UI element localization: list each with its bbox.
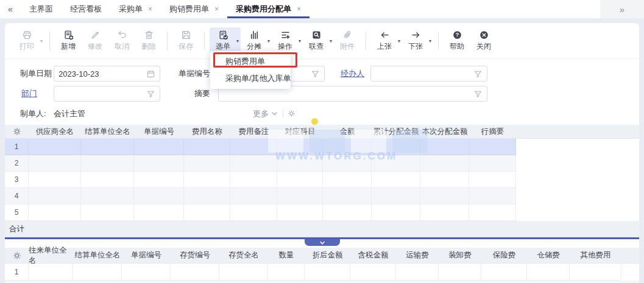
toolbar-button-下张[interactable]: 下张▾ [402, 27, 433, 54]
toolbar-button-帮助[interactable]: ?帮助 [444, 27, 470, 54]
menu-item-采购单/其他入库单[interactable]: 采购单/其他入库单 [210, 70, 291, 87]
data-cell[interactable] [73, 264, 122, 281]
data-cell[interactable] [230, 204, 277, 221]
data-cell[interactable] [350, 264, 396, 281]
data-cell[interactable] [81, 204, 134, 221]
data-cell[interactable] [420, 139, 469, 155]
data-cell[interactable] [230, 139, 277, 155]
make-date-input[interactable]: 2023-10-23 [54, 66, 160, 82]
data-cell[interactable] [171, 264, 219, 281]
caret-down-icon[interactable]: ▾ [398, 38, 400, 44]
data-cell[interactable] [81, 188, 134, 204]
handler-input[interactable] [370, 66, 487, 82]
data-cell[interactable] [29, 188, 81, 204]
data-cell[interactable] [81, 139, 134, 155]
data-cell[interactable] [277, 139, 323, 155]
data-cell[interactable] [268, 264, 305, 281]
data-cell[interactable] [29, 204, 81, 221]
data-cell[interactable] [372, 139, 420, 155]
data-cell[interactable] [420, 204, 469, 221]
caret-down-icon[interactable]: ▾ [330, 38, 332, 44]
data-cell[interactable] [184, 188, 230, 204]
data-cell[interactable] [230, 172, 277, 188]
table-settings-gear-icon[interactable] [5, 248, 29, 264]
data-cell[interactable] [527, 264, 570, 281]
tabs-collapse-icon[interactable]: « [0, 0, 21, 18]
tab-2[interactable]: 经营看板 [62, 0, 110, 18]
toolbar-button-操作[interactable]: 操作▾ [272, 27, 303, 54]
data-cell[interactable] [277, 155, 323, 172]
data-cell[interactable] [396, 264, 439, 281]
data-cell[interactable] [122, 264, 171, 281]
department-input[interactable] [54, 86, 160, 102]
data-cell[interactable] [134, 204, 184, 221]
data-cell[interactable] [305, 264, 350, 281]
caret-down-icon[interactable]: ▾ [236, 38, 239, 44]
more-toggle[interactable]: 更多 [253, 108, 278, 119]
data-cell[interactable] [219, 264, 268, 281]
filter-icon[interactable] [473, 69, 483, 79]
data-cell[interactable] [469, 155, 516, 172]
data-cell[interactable] [184, 139, 230, 155]
data-cell[interactable] [230, 188, 277, 204]
form-settings-gear-icon[interactable] [288, 110, 295, 117]
data-cell[interactable] [134, 172, 184, 188]
caret-down-icon[interactable]: ▾ [267, 38, 270, 44]
toolbar-button-分摊[interactable]: 分摊▾ [241, 27, 272, 54]
data-cell[interactable] [570, 264, 621, 281]
data-cell[interactable] [469, 172, 516, 188]
table-settings-gear-icon[interactable] [5, 125, 29, 139]
data-cell[interactable] [134, 155, 184, 172]
data-cell[interactable] [420, 188, 469, 204]
data-cell[interactable] [372, 188, 420, 204]
tabs-overflow-icon[interactable]: » [600, 0, 644, 18]
handler-label-link[interactable]: 经办人 [341, 69, 364, 78]
data-cell[interactable] [81, 155, 134, 172]
row-number-cell[interactable]: 1 [5, 139, 29, 155]
data-cell[interactable] [184, 172, 230, 188]
toolbar-button-联查[interactable]: 联查▾ [303, 27, 334, 54]
data-cell[interactable] [81, 172, 134, 188]
data-cell[interactable] [323, 204, 372, 221]
data-cell[interactable] [134, 139, 184, 155]
data-cell[interactable] [420, 172, 469, 188]
tab-close-icon[interactable]: × [214, 5, 219, 13]
data-cell[interactable] [420, 155, 469, 172]
data-cell[interactable] [469, 139, 516, 155]
row-number-cell[interactable]: 2 [5, 155, 29, 172]
data-cell[interactable] [372, 172, 420, 188]
data-cell[interactable] [372, 204, 420, 221]
data-cell[interactable] [469, 188, 516, 204]
data-cell[interactable] [29, 172, 81, 188]
data-cell[interactable] [323, 172, 372, 188]
tab-3[interactable]: 采购单× [110, 0, 161, 18]
data-cell[interactable] [481, 264, 527, 281]
data-cell[interactable] [323, 188, 372, 204]
caret-down-icon[interactable]: ▾ [40, 38, 43, 44]
data-cell[interactable] [323, 155, 372, 172]
toolbar-button-上张[interactable]: 上张▾ [371, 27, 402, 54]
toolbar-button-选单[interactable]: 选单▾ [210, 27, 241, 54]
data-cell[interactable] [439, 264, 481, 281]
data-cell[interactable] [29, 139, 81, 155]
data-cell[interactable] [372, 155, 420, 172]
data-cell[interactable] [230, 155, 277, 172]
row-number-cell[interactable]: 5 [5, 204, 29, 221]
tab-5[interactable]: 采购费用分配单× [227, 0, 310, 18]
row-number-cell[interactable]: 3 [5, 172, 29, 188]
tab-1[interactable]: 主界面 [21, 0, 62, 18]
data-cell[interactable] [277, 204, 323, 221]
menu-item-购销费用单[interactable]: 购销费用单 [210, 53, 291, 70]
row-number-cell[interactable]: 1 [5, 264, 29, 281]
data-cell[interactable] [323, 139, 372, 155]
tab-close-icon[interactable]: × [297, 5, 301, 13]
caret-down-icon[interactable]: ▾ [299, 38, 301, 44]
data-cell[interactable] [134, 188, 184, 204]
splitter-collapse-handle[interactable] [305, 239, 340, 246]
row-number-cell[interactable]: 4 [5, 188, 29, 204]
caret-down-icon[interactable]: ▾ [429, 38, 431, 44]
toolbar-button-关闭[interactable]: 关闭 [470, 27, 497, 54]
data-cell[interactable] [29, 155, 81, 172]
tab-4[interactable]: 购销费用单× [161, 0, 227, 18]
data-cell[interactable] [184, 204, 230, 221]
